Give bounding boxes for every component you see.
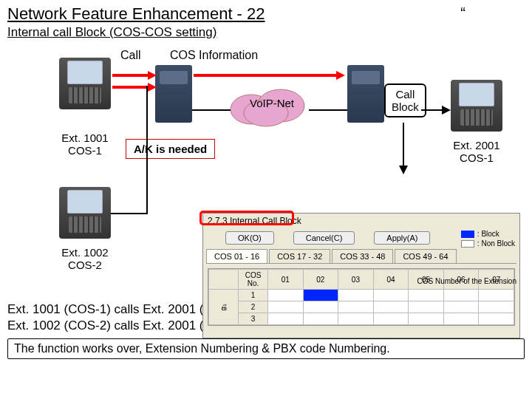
- grid-cell[interactable]: [303, 301, 338, 313]
- phone-icon: [451, 80, 502, 132]
- tab-cos-49-64[interactable]: COS 49 - 64: [395, 249, 456, 263]
- col-header: 02: [303, 270, 338, 290]
- phone-3-label: Ext. 2001COS-1: [443, 139, 510, 164]
- grid-cell-blocked[interactable]: [303, 290, 338, 301]
- arrow-icon: [403, 123, 404, 167]
- grid-cell[interactable]: [443, 313, 479, 325]
- diagram-area: Ext. 1001COS-1 Ext. 1002COS-2 Ext. 2001C…: [0, 43, 532, 294]
- grid-corner: [209, 270, 239, 290]
- grid-cell[interactable]: [268, 290, 304, 301]
- arrow-icon: [194, 74, 338, 77]
- grid-cell[interactable]: [409, 301, 444, 313]
- voip-net-label: VoIP-Net: [235, 97, 309, 109]
- tab-bar: COS 01 - 16 COS 17 - 32 COS 33 - 48 COS …: [206, 249, 516, 264]
- phone-2-label: Ext. 1002COS-2: [52, 246, 118, 271]
- tab-cos-33-48[interactable]: COS 33 - 48: [332, 249, 393, 263]
- quote-mark: “: [460, 4, 466, 21]
- pbx-icon: [347, 65, 384, 123]
- grid-cell[interactable]: [479, 313, 514, 325]
- grid-cell[interactable]: [443, 290, 479, 301]
- swatch-block-icon: [461, 231, 474, 238]
- grid-cell[interactable]: [479, 290, 514, 301]
- grid-cell[interactable]: [373, 290, 409, 301]
- apply-button[interactable]: Apply(A): [374, 231, 430, 245]
- line: [309, 109, 347, 111]
- grid-cell[interactable]: [338, 313, 374, 325]
- grid-cell[interactable]: [409, 313, 444, 325]
- tab-cos-01-16[interactable]: COS 01 - 16: [206, 249, 267, 263]
- row-header: 2: [239, 301, 268, 313]
- col-header: 03: [338, 270, 374, 290]
- swatch-nonblock-icon: [461, 240, 474, 248]
- arrow-icon: [112, 74, 149, 77]
- call-label: Call: [120, 49, 141, 62]
- row-header: 3: [239, 313, 268, 325]
- line: [111, 213, 148, 214]
- legend: : Block : Non Block: [461, 230, 515, 249]
- grid-cell[interactable]: [268, 301, 304, 313]
- cos-number-label: COS Number of the Extension: [417, 277, 516, 285]
- footnote-box: The function works over, Extension Numbe…: [7, 338, 525, 359]
- grid-cell[interactable]: [303, 313, 338, 325]
- grid-cell[interactable]: [373, 301, 409, 313]
- arrow-icon: [421, 109, 443, 111]
- col-header: COS No.: [239, 270, 268, 290]
- row-icon-cell: 🖨: [209, 290, 239, 325]
- phone-icon: [59, 187, 111, 239]
- cos-info-label: COS Information: [170, 49, 258, 62]
- grid-cell[interactable]: [338, 301, 374, 313]
- col-header: 04: [373, 270, 409, 290]
- line: [192, 109, 231, 111]
- grid-cell[interactable]: [409, 290, 444, 301]
- pbx-icon: [155, 65, 192, 123]
- tab-cos-17-32[interactable]: COS 17 - 32: [269, 249, 330, 263]
- grid-cell[interactable]: [338, 290, 374, 301]
- ak-needed-box: A/K is needed: [126, 139, 215, 159]
- line: [146, 86, 148, 214]
- grid-cell[interactable]: [268, 313, 304, 325]
- settings-panel: 2.7.3 Internal Call Block OK(O) Cancel(C…: [202, 213, 520, 338]
- col-header: 01: [268, 270, 304, 290]
- cancel-button[interactable]: Cancel(C): [293, 231, 355, 245]
- call-block-box: Call Block: [384, 83, 426, 117]
- grid-cell[interactable]: [373, 313, 409, 325]
- arrow-icon: [112, 86, 149, 89]
- phone-icon: [59, 58, 111, 109]
- grid-cell[interactable]: [479, 301, 514, 313]
- page-subtitle: Internal call Block (COS-COS setting): [0, 25, 532, 43]
- row-header: 1: [239, 290, 268, 301]
- phone-1-label: Ext. 1001COS-1: [52, 132, 118, 157]
- panel-title: 2.7.3 Internal Call Block: [203, 214, 519, 228]
- page-title: Network Feature Enhancement - 22: [0, 0, 532, 25]
- ok-button[interactable]: OK(O): [225, 231, 274, 245]
- grid-cell[interactable]: [443, 301, 479, 313]
